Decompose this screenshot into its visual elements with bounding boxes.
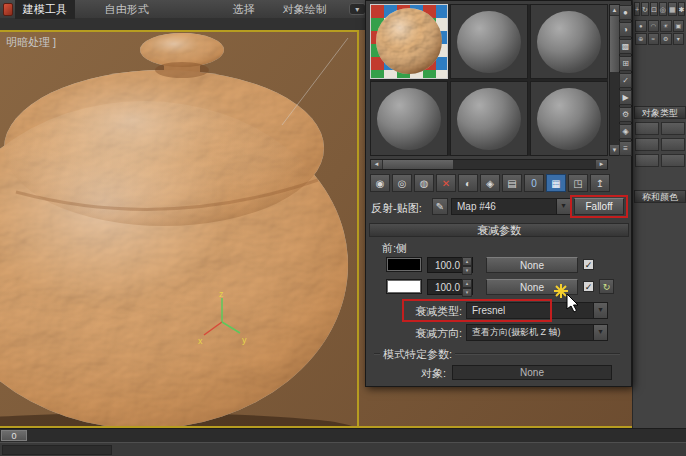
sample-sphere [377, 88, 441, 150]
falloff-parameters-rollout[interactable]: 衰减参数 [369, 223, 629, 237]
lights-category-icon[interactable]: ☀ [660, 20, 672, 32]
make-material-copy-icon[interactable]: ◐ [458, 174, 478, 192]
falloff-direction-dropdown[interactable]: 查看方向(摄影机 Z 轴) [466, 324, 608, 341]
spin-up-icon[interactable]: ▴ [462, 279, 472, 288]
tab-selection[interactable]: 选择 [225, 0, 263, 19]
go-to-parent-icon[interactable]: ↥ [590, 174, 610, 192]
front-side-label: 前:侧 [382, 241, 407, 256]
sample-sphere [457, 88, 521, 150]
axis-z-label: z [219, 289, 224, 299]
spin-up-icon[interactable]: ▴ [462, 257, 472, 266]
get-material-icon[interactable]: ◉ [370, 174, 390, 192]
utilities-tab-icon[interactable]: ✱ [678, 2, 686, 16]
spinner-arrows[interactable]: ▴ ▾ [462, 279, 472, 295]
material-slot-1[interactable] [370, 4, 448, 79]
geometry-category-icon[interactable]: ● [635, 20, 647, 32]
mode-specific-params-label: 模式特定参数: [380, 347, 455, 362]
subcategory-dropdown-icon[interactable]: ▾ [673, 33, 685, 45]
falloff-type-dropdown[interactable]: Fresnel [466, 302, 608, 319]
material-slot-3[interactable] [530, 4, 608, 79]
tab-modeling-tools[interactable]: 建模工具 [15, 0, 75, 19]
object-type-button[interactable] [635, 154, 659, 167]
reset-map-icon[interactable]: ✕ [436, 174, 456, 192]
sample-type-icon[interactable]: ● [619, 5, 632, 20]
material-id-channel-icon[interactable]: 0 [524, 174, 544, 192]
hierarchy-tab-icon[interactable]: ⊡ [650, 2, 658, 16]
make-unique-icon[interactable]: ◈ [480, 174, 500, 192]
pick-material-eyedropper-icon[interactable]: ✎ [432, 198, 448, 215]
show-end-result-icon[interactable]: ◳ [568, 174, 588, 192]
teapot-model [0, 30, 360, 427]
spin-down-icon[interactable]: ▾ [462, 288, 472, 297]
swap-colors-icon[interactable]: ↻ [599, 279, 614, 294]
sample-sphere [537, 88, 601, 150]
scroll-right-icon[interactable]: ► [596, 160, 607, 169]
modify-tab-icon[interactable]: ↻ [641, 2, 649, 16]
object-pick-button[interactable]: None [452, 365, 612, 380]
slot-horizontal-scrollbar[interactable]: ◄ ► [370, 159, 608, 170]
map-type-button[interactable]: Falloff [574, 198, 624, 215]
put-material-to-scene-icon[interactable]: ◎ [392, 174, 412, 192]
shapes-category-icon[interactable]: ◠ [648, 20, 660, 32]
name-and-color-rollout[interactable]: 称和颜色 [634, 190, 686, 203]
front-color-swatch[interactable] [386, 257, 422, 272]
object-type-button[interactable] [635, 122, 659, 135]
track-bar[interactable]: 0 [0, 428, 686, 442]
status-bar [0, 442, 686, 456]
assign-material-to-selection-icon[interactable]: ◍ [414, 174, 434, 192]
object-type-button[interactable] [661, 122, 685, 135]
mouse-cursor [566, 294, 580, 313]
object-type-button[interactable] [661, 138, 685, 151]
object-type-button[interactable] [661, 154, 685, 167]
spin-down-icon[interactable]: ▾ [462, 266, 472, 275]
material-map-navigator-icon[interactable]: ≡ [619, 141, 632, 156]
ribbon-overflow-button[interactable]: ▾ [349, 3, 366, 15]
material-slot-2[interactable] [450, 4, 528, 79]
viewport-border-top [0, 30, 359, 32]
tab-freeform[interactable]: 自由形式 [97, 0, 157, 19]
spinner-arrows[interactable]: ▴ ▾ [462, 257, 472, 273]
scrollbar-thumb[interactable] [610, 16, 619, 72]
systems-category-icon[interactable]: ⚙ [660, 33, 672, 45]
viewport-border-right [357, 30, 359, 427]
material-editor-window: ▲ ▼ ◄ ► ● ◑ ▩ ⊞ ✓ ▶ ⚙ ◈ ≡ ◉ ◎ ◍ ✕ ◐ ◈ ▤ [365, 0, 632, 387]
material-slot-4[interactable] [370, 81, 448, 156]
video-color-check-icon[interactable]: ✓ [619, 73, 632, 88]
scrollbar-thumb[interactable] [383, 160, 453, 169]
put-to-library-icon[interactable]: ▤ [502, 174, 522, 192]
tab-object-paint[interactable]: 对象绘制 [275, 0, 335, 19]
time-slider-handle[interactable]: 0 [1, 430, 27, 441]
background-icon[interactable]: ▩ [619, 39, 632, 54]
show-map-in-viewport-icon[interactable]: ▦ [546, 174, 566, 192]
motion-tab-icon[interactable]: ◎ [659, 2, 667, 16]
create-tab-icon[interactable]: + [634, 2, 640, 16]
backlight-icon[interactable]: ◑ [619, 22, 632, 37]
side-map-checkbox[interactable] [583, 281, 594, 292]
axis-y-label: y [242, 335, 247, 345]
falloff-direction-label: 衰减方向: [396, 326, 462, 341]
material-name-dropdown[interactable]: Map #46 [451, 198, 571, 215]
axis-x-label: x [198, 336, 203, 346]
sample-uv-tiling-icon[interactable]: ⊞ [619, 56, 632, 71]
ribbon-logo-icon[interactable] [3, 3, 13, 16]
material-slot-6[interactable] [530, 81, 608, 156]
scroll-down-icon[interactable]: ▼ [610, 145, 619, 155]
object-type-rollout[interactable]: 对象类型 [634, 106, 686, 119]
spacewarps-category-icon[interactable]: ≈ [648, 33, 660, 45]
scroll-up-icon[interactable]: ▲ [610, 5, 619, 15]
cameras-category-icon[interactable]: ▣ [673, 20, 685, 32]
object-type-button[interactable] [635, 138, 659, 151]
front-map-checkbox[interactable] [583, 259, 594, 270]
scroll-left-icon[interactable]: ◄ [371, 160, 382, 169]
material-editor-side-toolbar: ● ◑ ▩ ⊞ ✓ ▶ ⚙ ◈ ≡ [619, 5, 632, 156]
options-icon[interactable]: ⚙ [619, 107, 632, 122]
generate-preview-icon[interactable]: ▶ [619, 90, 632, 105]
viewport-shading-menu[interactable]: 明暗处理 ] [6, 35, 56, 50]
display-tab-icon[interactable]: ▦ [668, 2, 677, 16]
side-color-swatch[interactable] [386, 279, 422, 294]
select-by-material-icon[interactable]: ◈ [619, 124, 632, 139]
front-map-button[interactable]: None [486, 257, 578, 273]
helpers-category-icon[interactable]: ⊕ [635, 33, 647, 45]
application-window: 明暗处理 ] z x y 建模工具 自由形式 选择 对象绘制 ▾ [0, 0, 686, 456]
material-slot-5[interactable] [450, 81, 528, 156]
